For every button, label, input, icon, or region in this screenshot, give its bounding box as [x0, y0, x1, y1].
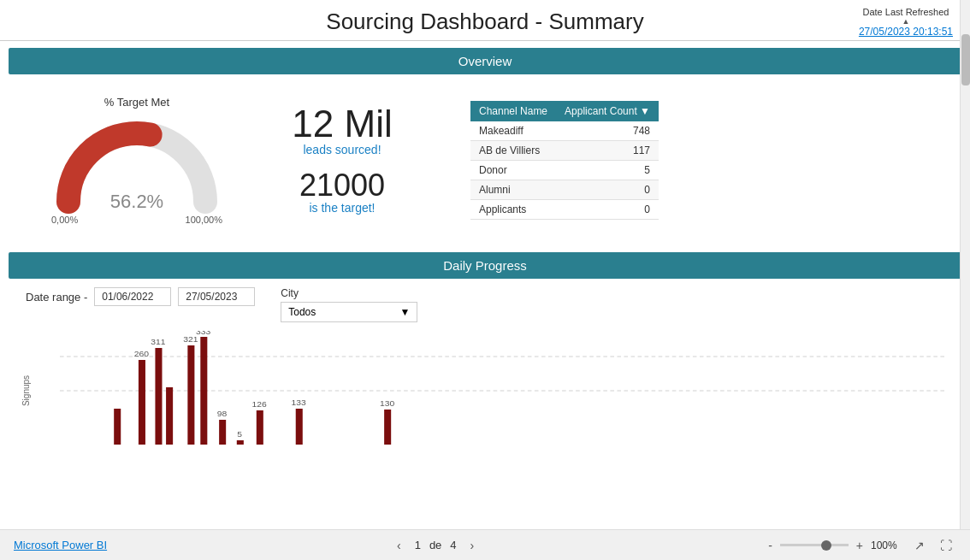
filters-row: Date range - City Todos ▼ [26, 287, 944, 322]
footer-pagination: ‹ 1 de 4 › [392, 537, 479, 554]
zoom-out-button[interactable]: - [764, 537, 777, 554]
prev-page-button[interactable]: ‹ [392, 537, 406, 554]
channel-table-body: Makeadiff748AB de Villiers117Donor5Alumn… [470, 121, 659, 220]
svg-rect-12 [200, 337, 207, 445]
chart-area: Signups 300 200 260 311 [26, 331, 944, 451]
date-refreshed-panel: Date Last Refreshed ▲ 27/05/2023 20:13:5… [859, 7, 953, 38]
city-label: City [281, 287, 417, 299]
page-current: 1 [415, 539, 421, 551]
applicant-count-cell: 748 [556, 121, 659, 141]
gauge-labels: 0,00% 100,00% [51, 215, 222, 225]
zoom-slider-thumb [821, 540, 831, 551]
open-in-new-window-button[interactable]: ↗ [910, 537, 929, 554]
channel-name-cell: Makeadiff [470, 121, 556, 141]
daily-progress-content: Date range - City Todos ▼ Signups [9, 279, 961, 529]
gauge-title: % Target Met [104, 96, 169, 109]
table-row: Applicants0 [470, 199, 659, 219]
svg-text:311: 311 [151, 338, 165, 346]
svg-text:126: 126 [252, 400, 267, 409]
gauge-container: % Target Met 56.2% 0,00% 100,00% [26, 96, 248, 225]
table-row: AB de Villiers117 [470, 140, 659, 160]
power-bi-brand-link[interactable]: Microsoft Power BI [14, 539, 107, 551]
target-number: 21000 [299, 170, 385, 201]
svg-rect-14 [219, 420, 226, 445]
table-row: Alumni0 [470, 180, 659, 199]
header: Sourcing Dashboard - Summary Date Last R… [0, 0, 970, 41]
svg-rect-9 [166, 387, 173, 445]
scrollbar-track[interactable] [960, 0, 970, 529]
table-row: Makeadiff748 [470, 121, 659, 141]
footer: Microsoft Power BI ‹ 1 de 4 › - + 100% ↗… [0, 529, 970, 560]
zoom-in-button[interactable]: + [852, 537, 867, 554]
y-axis-label: Signups [21, 375, 31, 406]
chevron-down-icon: ▼ [399, 306, 410, 318]
main-container: Sourcing Dashboard - Summary Date Last R… [0, 0, 970, 560]
daily-progress-section-header: Daily Progress [9, 252, 961, 279]
svg-text:333: 333 [196, 331, 210, 336]
footer-right: - + 100% ↗ ⛶ [764, 537, 956, 554]
svg-rect-18 [257, 410, 263, 445]
leads-label: leads sourced! [303, 143, 381, 156]
city-select-value: Todos [288, 306, 316, 318]
fullscreen-button[interactable]: ⛶ [936, 537, 956, 554]
page-total: 4 [450, 539, 456, 551]
table-row: Donor5 [470, 160, 659, 180]
svg-text:321: 321 [183, 335, 198, 344]
zoom-slider[interactable] [780, 544, 849, 546]
applicant-count-cell: 117 [556, 140, 659, 160]
svg-rect-22 [384, 410, 391, 445]
chart-svg-container: 300 200 260 311 321 333 98 [60, 331, 944, 451]
svg-rect-10 [187, 345, 194, 445]
channel-table-container: Channel Name Applicant Count ▼ Makeadiff… [462, 101, 944, 220]
page-title: Sourcing Dashboard - Summary [326, 9, 643, 35]
svg-rect-20 [296, 409, 303, 445]
gauge-value: 56.2% [110, 191, 163, 213]
channel-name-cell: Alumni [470, 180, 556, 199]
svg-text:98: 98 [217, 410, 228, 418]
page-separator: de [429, 539, 441, 551]
overview-section-header: Overview [9, 48, 961, 74]
leads-number: 12 Mil [292, 105, 392, 143]
date-refreshed-arrow: ▲ [859, 17, 953, 26]
svg-text:260: 260 [134, 350, 150, 358]
applicant-count-cell: 0 [556, 199, 659, 219]
overview-content: % Target Met 56.2% 0,00% 100,00% 12 Mil … [9, 74, 961, 245]
gauge-svg: 56.2% [51, 112, 222, 215]
gauge-max-label: 100,00% [186, 215, 222, 225]
col-applicant-count[interactable]: Applicant Count ▼ [556, 101, 659, 121]
date-refreshed-label: Date Last Refreshed [859, 7, 953, 17]
date-to-input[interactable] [178, 287, 255, 306]
channel-name-cell: AB de Villiers [470, 140, 556, 160]
gauge-min-label: 0,00% [51, 215, 78, 225]
leads-section: 12 Mil leads sourced! 21000 is the targe… [248, 97, 436, 223]
svg-rect-4 [114, 409, 121, 445]
date-from-input[interactable] [94, 287, 171, 306]
scrollbar-thumb[interactable] [961, 34, 970, 85]
date-range-group: Date range - [26, 287, 255, 306]
svg-text:5: 5 [237, 430, 242, 439]
city-group: City Todos ▼ [281, 287, 417, 322]
date-refreshed-value: 27/05/2023 20:13:51 [859, 26, 953, 38]
next-page-button[interactable]: › [465, 537, 480, 554]
date-range-label: Date range - [26, 291, 87, 304]
svg-text:133: 133 [292, 398, 306, 407]
target-label: is the target! [309, 201, 375, 215]
svg-rect-7 [155, 348, 162, 445]
applicant-count-cell: 0 [556, 180, 659, 199]
channel-name-cell: Applicants [470, 199, 556, 219]
zoom-percent: 100% [871, 539, 903, 551]
city-select[interactable]: Todos ▼ [281, 302, 417, 322]
svg-text:130: 130 [380, 399, 395, 408]
svg-rect-16 [237, 440, 244, 445]
col-channel-name[interactable]: Channel Name [470, 101, 556, 121]
channel-table: Channel Name Applicant Count ▼ Makeadiff… [470, 101, 659, 220]
zoom-control: - + 100% [764, 537, 903, 554]
applicant-count-cell: 5 [556, 160, 659, 180]
table-header-row: Channel Name Applicant Count ▼ [470, 101, 659, 121]
svg-rect-5 [139, 360, 145, 445]
channel-name-cell: Donor [470, 160, 556, 180]
